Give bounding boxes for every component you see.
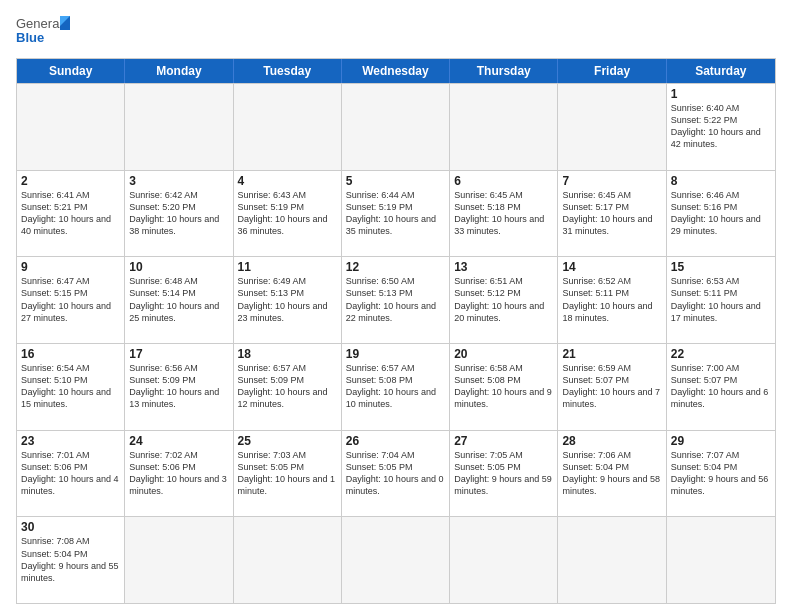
day-number: 20 xyxy=(454,347,553,361)
day-number: 14 xyxy=(562,260,661,274)
generalblue-logo-icon: GeneralBlue xyxy=(16,12,76,52)
day-header-monday: Monday xyxy=(125,59,233,83)
day-info: Sunrise: 6:58 AM Sunset: 5:08 PM Dayligh… xyxy=(454,362,553,411)
day-number: 17 xyxy=(129,347,228,361)
day-cell-12: 12Sunrise: 6:50 AM Sunset: 5:13 PM Dayli… xyxy=(342,257,450,343)
day-cell-6: 6Sunrise: 6:45 AM Sunset: 5:18 PM Daylig… xyxy=(450,171,558,257)
day-header-thursday: Thursday xyxy=(450,59,558,83)
day-info: Sunrise: 7:02 AM Sunset: 5:06 PM Dayligh… xyxy=(129,449,228,498)
svg-text:Blue: Blue xyxy=(16,30,44,45)
day-info: Sunrise: 6:50 AM Sunset: 5:13 PM Dayligh… xyxy=(346,275,445,324)
day-info: Sunrise: 7:04 AM Sunset: 5:05 PM Dayligh… xyxy=(346,449,445,498)
calendar-row-2: 9Sunrise: 6:47 AM Sunset: 5:15 PM Daylig… xyxy=(17,256,775,343)
day-info: Sunrise: 6:53 AM Sunset: 5:11 PM Dayligh… xyxy=(671,275,771,324)
day-cell-18: 18Sunrise: 6:57 AM Sunset: 5:09 PM Dayli… xyxy=(234,344,342,430)
day-number: 21 xyxy=(562,347,661,361)
day-cell-10: 10Sunrise: 6:48 AM Sunset: 5:14 PM Dayli… xyxy=(125,257,233,343)
day-number: 19 xyxy=(346,347,445,361)
day-cell-25: 25Sunrise: 7:03 AM Sunset: 5:05 PM Dayli… xyxy=(234,431,342,517)
calendar-row-1: 2Sunrise: 6:41 AM Sunset: 5:21 PM Daylig… xyxy=(17,170,775,257)
day-number: 15 xyxy=(671,260,771,274)
day-number: 7 xyxy=(562,174,661,188)
day-info: Sunrise: 6:56 AM Sunset: 5:09 PM Dayligh… xyxy=(129,362,228,411)
day-cell-empty-5-5 xyxy=(558,517,666,603)
day-info: Sunrise: 7:00 AM Sunset: 5:07 PM Dayligh… xyxy=(671,362,771,411)
day-info: Sunrise: 6:43 AM Sunset: 5:19 PM Dayligh… xyxy=(238,189,337,238)
day-number: 27 xyxy=(454,434,553,448)
day-info: Sunrise: 7:05 AM Sunset: 5:05 PM Dayligh… xyxy=(454,449,553,498)
day-info: Sunrise: 6:44 AM Sunset: 5:19 PM Dayligh… xyxy=(346,189,445,238)
day-cell-14: 14Sunrise: 6:52 AM Sunset: 5:11 PM Dayli… xyxy=(558,257,666,343)
day-number: 2 xyxy=(21,174,120,188)
day-cell-20: 20Sunrise: 6:58 AM Sunset: 5:08 PM Dayli… xyxy=(450,344,558,430)
day-cell-16: 16Sunrise: 6:54 AM Sunset: 5:10 PM Dayli… xyxy=(17,344,125,430)
day-info: Sunrise: 6:42 AM Sunset: 5:20 PM Dayligh… xyxy=(129,189,228,238)
calendar-page: GeneralBlue SundayMondayTuesdayWednesday… xyxy=(0,0,792,612)
day-info: Sunrise: 6:49 AM Sunset: 5:13 PM Dayligh… xyxy=(238,275,337,324)
day-cell-empty-5-3 xyxy=(342,517,450,603)
day-cell-30: 30Sunrise: 7:08 AM Sunset: 5:04 PM Dayli… xyxy=(17,517,125,603)
svg-text:General: General xyxy=(16,16,62,31)
day-info: Sunrise: 6:59 AM Sunset: 5:07 PM Dayligh… xyxy=(562,362,661,411)
day-info: Sunrise: 6:40 AM Sunset: 5:22 PM Dayligh… xyxy=(671,102,771,151)
day-cell-5: 5Sunrise: 6:44 AM Sunset: 5:19 PM Daylig… xyxy=(342,171,450,257)
day-header-tuesday: Tuesday xyxy=(234,59,342,83)
day-header-friday: Friday xyxy=(558,59,666,83)
day-number: 10 xyxy=(129,260,228,274)
day-cell-15: 15Sunrise: 6:53 AM Sunset: 5:11 PM Dayli… xyxy=(667,257,775,343)
day-cell-empty-5-2 xyxy=(234,517,342,603)
day-number: 28 xyxy=(562,434,661,448)
day-info: Sunrise: 6:57 AM Sunset: 5:08 PM Dayligh… xyxy=(346,362,445,411)
day-number: 11 xyxy=(238,260,337,274)
day-cell-4: 4Sunrise: 6:43 AM Sunset: 5:19 PM Daylig… xyxy=(234,171,342,257)
day-number: 26 xyxy=(346,434,445,448)
day-cell-8: 8Sunrise: 6:46 AM Sunset: 5:16 PM Daylig… xyxy=(667,171,775,257)
day-number: 24 xyxy=(129,434,228,448)
calendar-row-0: 1Sunrise: 6:40 AM Sunset: 5:22 PM Daylig… xyxy=(17,83,775,170)
day-cell-empty-5-6 xyxy=(667,517,775,603)
day-cell-empty-0-1 xyxy=(125,84,233,170)
day-info: Sunrise: 6:48 AM Sunset: 5:14 PM Dayligh… xyxy=(129,275,228,324)
day-cell-empty-0-4 xyxy=(450,84,558,170)
day-cell-27: 27Sunrise: 7:05 AM Sunset: 5:05 PM Dayli… xyxy=(450,431,558,517)
calendar: SundayMondayTuesdayWednesdayThursdayFrid… xyxy=(16,58,776,604)
day-number: 29 xyxy=(671,434,771,448)
header: GeneralBlue xyxy=(16,12,776,52)
day-cell-3: 3Sunrise: 6:42 AM Sunset: 5:20 PM Daylig… xyxy=(125,171,233,257)
day-cell-26: 26Sunrise: 7:04 AM Sunset: 5:05 PM Dayli… xyxy=(342,431,450,517)
day-info: Sunrise: 7:06 AM Sunset: 5:04 PM Dayligh… xyxy=(562,449,661,498)
day-number: 3 xyxy=(129,174,228,188)
calendar-row-3: 16Sunrise: 6:54 AM Sunset: 5:10 PM Dayli… xyxy=(17,343,775,430)
day-number: 16 xyxy=(21,347,120,361)
day-info: Sunrise: 7:03 AM Sunset: 5:05 PM Dayligh… xyxy=(238,449,337,498)
day-cell-2: 2Sunrise: 6:41 AM Sunset: 5:21 PM Daylig… xyxy=(17,171,125,257)
day-number: 23 xyxy=(21,434,120,448)
day-number: 9 xyxy=(21,260,120,274)
day-number: 8 xyxy=(671,174,771,188)
day-cell-11: 11Sunrise: 6:49 AM Sunset: 5:13 PM Dayli… xyxy=(234,257,342,343)
day-info: Sunrise: 6:52 AM Sunset: 5:11 PM Dayligh… xyxy=(562,275,661,324)
day-number: 12 xyxy=(346,260,445,274)
day-info: Sunrise: 6:57 AM Sunset: 5:09 PM Dayligh… xyxy=(238,362,337,411)
day-number: 30 xyxy=(21,520,120,534)
day-info: Sunrise: 6:45 AM Sunset: 5:18 PM Dayligh… xyxy=(454,189,553,238)
day-cell-7: 7Sunrise: 6:45 AM Sunset: 5:17 PM Daylig… xyxy=(558,171,666,257)
logo: GeneralBlue xyxy=(16,12,76,52)
day-info: Sunrise: 6:51 AM Sunset: 5:12 PM Dayligh… xyxy=(454,275,553,324)
day-info: Sunrise: 7:08 AM Sunset: 5:04 PM Dayligh… xyxy=(21,535,120,584)
day-number: 6 xyxy=(454,174,553,188)
day-cell-9: 9Sunrise: 6:47 AM Sunset: 5:15 PM Daylig… xyxy=(17,257,125,343)
day-info: Sunrise: 7:01 AM Sunset: 5:06 PM Dayligh… xyxy=(21,449,120,498)
calendar-row-4: 23Sunrise: 7:01 AM Sunset: 5:06 PM Dayli… xyxy=(17,430,775,517)
calendar-row-5: 30Sunrise: 7:08 AM Sunset: 5:04 PM Dayli… xyxy=(17,516,775,603)
day-cell-empty-0-2 xyxy=(234,84,342,170)
day-number: 25 xyxy=(238,434,337,448)
day-info: Sunrise: 6:41 AM Sunset: 5:21 PM Dayligh… xyxy=(21,189,120,238)
day-cell-empty-5-4 xyxy=(450,517,558,603)
day-cell-29: 29Sunrise: 7:07 AM Sunset: 5:04 PM Dayli… xyxy=(667,431,775,517)
day-cell-28: 28Sunrise: 7:06 AM Sunset: 5:04 PM Dayli… xyxy=(558,431,666,517)
day-number: 13 xyxy=(454,260,553,274)
day-header-wednesday: Wednesday xyxy=(342,59,450,83)
day-cell-1: 1Sunrise: 6:40 AM Sunset: 5:22 PM Daylig… xyxy=(667,84,775,170)
day-cell-empty-0-0 xyxy=(17,84,125,170)
